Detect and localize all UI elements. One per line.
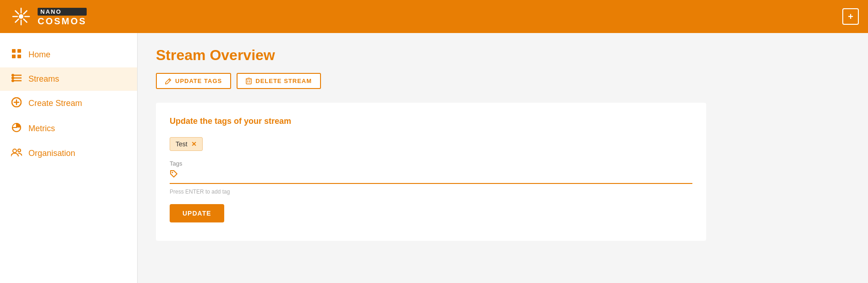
organisation-icon	[11, 148, 22, 159]
main-content: Stream Overview UPDATE TAGS DELETE STRE	[138, 33, 868, 283]
sidebar-item-metrics[interactable]: Metrics	[0, 116, 137, 141]
tag-label: Test	[176, 140, 188, 148]
logo-area: nano COSMOS	[9, 5, 87, 28]
logo-nano-text: nano	[38, 8, 87, 16]
sidebar-item-organisation[interactable]: Organisation	[0, 141, 137, 166]
svg-point-17	[11, 74, 14, 77]
logo-text: nano COSMOS	[38, 8, 87, 26]
svg-point-19	[11, 79, 14, 82]
tab-buttons-row: UPDATE TAGS DELETE STREAM	[156, 73, 850, 89]
trash-icon	[246, 78, 252, 84]
update-tags-card: Update the tags of your stream Test ✕ Ta…	[156, 103, 706, 241]
main-layout: Home Streams	[0, 33, 868, 283]
svg-point-18	[11, 77, 14, 79]
svg-point-32	[172, 172, 173, 173]
svg-rect-13	[17, 55, 21, 58]
header-add-button[interactable]: +	[842, 8, 859, 25]
svg-rect-27	[246, 79, 251, 84]
pencil-icon	[165, 78, 171, 84]
update-tags-button[interactable]: UPDATE TAGS	[156, 73, 231, 89]
tag-chip-test: Test ✕	[170, 137, 203, 151]
home-icon	[11, 49, 22, 61]
metrics-icon	[11, 122, 22, 135]
delete-stream-label: DELETE STREAM	[255, 78, 312, 84]
sidebar-label-create-stream: Create Stream	[28, 99, 82, 108]
sidebar-item-create-stream[interactable]: Create Stream	[0, 91, 137, 116]
tags-input-field[interactable]	[182, 171, 692, 179]
svg-rect-11	[17, 49, 21, 53]
sidebar-item-home[interactable]: Home	[0, 42, 137, 67]
create-stream-icon	[11, 97, 22, 110]
svg-rect-10	[12, 49, 16, 53]
sidebar-label-metrics: Metrics	[28, 124, 55, 133]
page-title: Stream Overview	[156, 47, 850, 64]
delete-stream-button[interactable]: DELETE STREAM	[237, 73, 321, 89]
svg-point-24	[13, 149, 17, 153]
sidebar-label-organisation: Organisation	[28, 149, 75, 158]
sidebar-label-home: Home	[28, 50, 50, 60]
tags-display: Test ✕	[170, 137, 692, 151]
svg-rect-12	[12, 55, 16, 58]
card-title: Update the tags of your stream	[170, 117, 692, 126]
app-header: nano COSMOS +	[0, 0, 868, 33]
tag-remove-button[interactable]: ✕	[191, 141, 197, 147]
update-button[interactable]: UPDATE	[170, 204, 224, 222]
sidebar-label-streams: Streams	[28, 74, 59, 84]
tags-input-label: Tags	[170, 160, 692, 167]
tag-icon	[170, 170, 178, 180]
update-tags-label: UPDATE TAGS	[175, 78, 222, 84]
svg-point-9	[19, 14, 23, 19]
input-hint: Press ENTER to add tag	[170, 189, 692, 195]
svg-point-25	[18, 149, 21, 152]
logo-cosmos-text: COSMOS	[38, 17, 87, 26]
streams-icon	[11, 74, 22, 84]
tags-input-row	[170, 170, 692, 184]
sidebar-item-streams[interactable]: Streams	[0, 67, 137, 91]
sidebar: Home Streams	[0, 33, 138, 283]
logo-star-icon	[9, 5, 33, 28]
